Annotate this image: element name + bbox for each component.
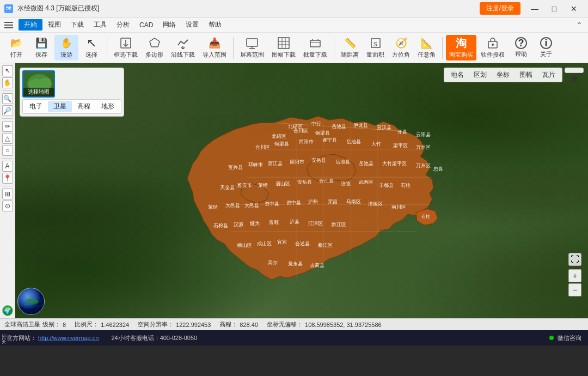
tool-draw[interactable]: ✏ xyxy=(2,121,13,132)
batch-download-button[interactable]: 批量下载 xyxy=(300,35,330,60)
polygon-icon xyxy=(148,37,161,50)
svg-text:蒲江县: 蒲江县 xyxy=(268,161,283,166)
task-list-button[interactable]: 任务列表 xyxy=(565,68,584,73)
tool-shape[interactable]: △ xyxy=(2,133,13,144)
about-icon: i xyxy=(540,37,552,49)
svg-text:铜梁县: 铜梁县 xyxy=(315,130,330,136)
menu-cad[interactable]: CAD xyxy=(135,20,157,30)
measure-area-button[interactable]: S 量面积 xyxy=(363,35,388,60)
svg-text:合川区: 合川区 xyxy=(255,144,270,150)
batch-download-icon xyxy=(309,37,322,50)
tool-layers[interactable]: ⊞ xyxy=(2,189,13,199)
tool-zoom-in[interactable]: 🔍 xyxy=(2,93,13,104)
save-button[interactable]: 💾 保存 xyxy=(29,35,53,60)
menu-download[interactable]: 下载 xyxy=(66,19,88,31)
polyline-download-button[interactable]: 沿线下载 xyxy=(168,35,198,60)
menu-view[interactable]: 视图 xyxy=(44,19,65,31)
start-button[interactable]: 开始 xyxy=(19,19,42,31)
zoom-out-button[interactable]: − xyxy=(568,283,581,296)
taobao-button[interactable]: 淘 淘宝购买 xyxy=(446,35,476,60)
svg-text:资中县: 资中县 xyxy=(265,201,279,207)
open-button[interactable]: 📂 打开 xyxy=(4,35,28,60)
tool-hand[interactable]: ✋ xyxy=(2,77,13,88)
maximize-button[interactable]: □ xyxy=(544,1,564,16)
bearing-button[interactable]: 🧭 方位角 xyxy=(389,35,413,60)
website-link[interactable]: http://www.rivermap.cn xyxy=(38,335,99,341)
svg-text:富顺: 富顺 xyxy=(269,220,279,225)
menu-tools[interactable]: 工具 xyxy=(89,19,111,31)
svg-text:安岳县: 安岳县 xyxy=(297,179,312,185)
select-button[interactable]: ↖ 选择 xyxy=(79,35,103,60)
ctrl-placename[interactable]: 地名 xyxy=(446,69,468,81)
menu-network[interactable]: 网络 xyxy=(158,19,180,31)
bearing-icon: 🧭 xyxy=(395,37,408,50)
globe-visual[interactable]: 地球 xyxy=(17,288,45,315)
tool-arrow[interactable]: ↖ xyxy=(2,65,13,76)
svg-text:古蔺县: 古蔺县 xyxy=(310,263,324,268)
statusbar: 全球高清卫星 级别： 8 比例尺： 1:4622324 空间分辨率： 1222.… xyxy=(0,318,588,330)
ctrl-tile[interactable]: 瓦片 xyxy=(538,69,560,81)
menubar: 开始 视图 下载 工具 分析 CAD 网络 设置 帮助 ⌃ xyxy=(0,17,588,33)
svg-text:岳池县: 岳池县 xyxy=(335,159,350,165)
svg-point-19 xyxy=(492,44,494,46)
status-satellite: 全球高清卫星 级别： 8 xyxy=(4,320,66,329)
auth-button[interactable]: 软件授权 xyxy=(477,35,508,60)
collapse-button[interactable]: ⌃ xyxy=(573,20,586,31)
map-container: ↖ ✋ 🔍 🔎 ✏ △ ○ A 📍 ⊞ ⊙ 🌍 SDK xyxy=(0,63,588,318)
help-button[interactable]: ? 帮助 xyxy=(509,35,533,60)
map-view[interactable]: 选择地图 电子 卫星 高程 地形 地名 区划 坐标 图幅 xyxy=(15,63,588,318)
map-nav: ⛶ + − xyxy=(568,253,581,296)
tool-text[interactable]: A xyxy=(2,161,13,172)
free-angle-icon: 📐 xyxy=(420,37,433,50)
svg-text:遂宁县: 遂宁县 xyxy=(322,137,337,143)
frame-size-button[interactable]: 图幅下载 xyxy=(268,35,299,60)
svg-text:北碚区: 北碚区 xyxy=(272,134,286,139)
sidebar-divider-3 xyxy=(2,158,13,159)
ctrl-coord[interactable]: 坐标 xyxy=(492,69,514,81)
svg-text:资中县: 资中县 xyxy=(286,200,301,205)
import-range-button[interactable]: 📥 导入范围 xyxy=(199,35,230,60)
measure-dist-button[interactable]: 📏 测距离 xyxy=(338,35,362,60)
layer-thumbnail[interactable]: 选择地图 xyxy=(22,70,55,98)
layer-tab-satellite[interactable]: 卫星 xyxy=(48,101,72,112)
chongqing-map: 北碚区 合川区 铜梁县 北碚区 中行 岳池县 伊龙县 宣汉县 开县 xyxy=(149,106,454,294)
layer-tab-electronic[interactable]: 电子 xyxy=(24,101,48,112)
menu-analysis[interactable]: 分析 xyxy=(112,19,134,31)
tool-circle[interactable]: ○ xyxy=(2,145,13,156)
close-button[interactable]: ✕ xyxy=(564,1,584,16)
status-elevation-value: 828.40 xyxy=(240,322,258,328)
save-icon: 💾 xyxy=(35,37,48,50)
svg-text:岳池县: 岳池县 xyxy=(346,139,361,144)
expand-map-button[interactable]: ⛶ xyxy=(568,253,581,266)
svg-text:成山区: 成山区 xyxy=(257,241,272,246)
layer-tab-elevation[interactable]: 高程 xyxy=(72,101,96,112)
tool-zoom-out[interactable]: 🔎 xyxy=(2,105,13,116)
free-angle-button[interactable]: 📐 任意角 xyxy=(414,35,439,60)
frame-download-button[interactable]: 框选下载 xyxy=(111,35,141,60)
screen-range-button[interactable]: 屏幕范围 xyxy=(237,35,267,60)
ctrl-frame[interactable]: 图幅 xyxy=(515,69,537,81)
about-button[interactable]: i 关于 xyxy=(534,35,558,60)
toolbar-area: 开始 视图 下载 工具 分析 CAD 网络 设置 帮助 ⌃ 📂 打开 💾 保存 … xyxy=(0,17,588,63)
minimize-button[interactable]: — xyxy=(525,1,544,16)
measure-area-icon: S xyxy=(369,37,382,50)
ctrl-district[interactable]: 区划 xyxy=(469,69,491,81)
menu-help[interactable]: 帮助 xyxy=(204,19,226,31)
layer-panel-top: 选择地图 xyxy=(22,70,121,98)
select-icon: ↖ xyxy=(85,37,98,50)
svg-text:忠县: 忠县 xyxy=(433,166,443,172)
hamburger-menu[interactable] xyxy=(2,19,15,32)
layer-tab-terrain[interactable]: 地形 xyxy=(96,101,120,112)
zoom-in-button[interactable]: + xyxy=(568,269,581,282)
globe-indicator: 地球 xyxy=(17,288,46,316)
login-button[interactable]: 注册/登录 xyxy=(480,2,520,15)
polygon-button[interactable]: 多边形 xyxy=(142,35,167,60)
tool-marker[interactable]: 📍 xyxy=(2,173,13,184)
svg-text:大邑县: 大邑县 xyxy=(225,203,240,208)
menu-settings[interactable]: 设置 xyxy=(181,19,203,31)
tool-globe[interactable]: 🌍 xyxy=(2,305,13,316)
tool-info[interactable]: ⊙ xyxy=(2,201,13,211)
roam-icon: ✋ xyxy=(60,37,73,50)
roam-button[interactable]: ✋ 漫游 xyxy=(54,35,78,60)
svg-text:大竹: 大竹 xyxy=(371,141,381,147)
